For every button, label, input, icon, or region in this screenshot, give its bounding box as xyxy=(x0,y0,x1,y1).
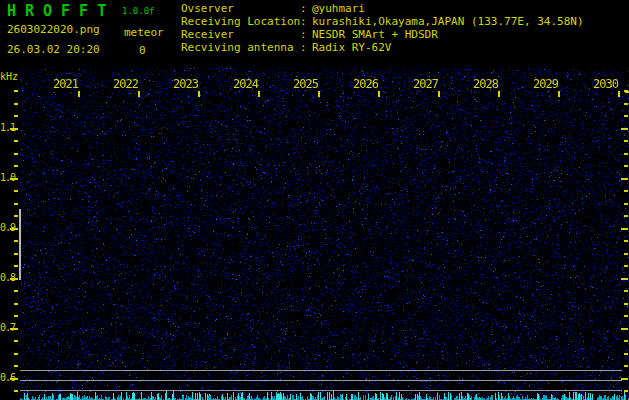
output-filename: 2603022020.png xyxy=(7,24,100,36)
tick-mark xyxy=(621,228,628,230)
info-label-location: Receiving Location xyxy=(181,16,300,28)
info-colon: : xyxy=(300,29,307,41)
tick-mark xyxy=(624,240,628,242)
tick-mark xyxy=(625,91,629,93)
tick-mark xyxy=(14,140,18,142)
tick-mark xyxy=(621,178,628,180)
x-tick-label: 2022 xyxy=(113,77,138,91)
info-label-observer: Ovserver xyxy=(181,3,234,15)
info-label-antenna: Recviving antenna xyxy=(181,42,294,54)
tick-mark xyxy=(618,91,620,97)
tick-mark xyxy=(621,328,628,330)
tick-mark xyxy=(14,165,18,167)
meteor-counter-label: meteor xyxy=(124,27,164,39)
tick-mark xyxy=(624,190,628,192)
app-version: 1.0.0f xyxy=(122,7,155,17)
tick-mark xyxy=(621,278,628,280)
info-value-location: kurashiki,Okayama,JAPAN (133.77E, 34.58N… xyxy=(312,16,584,28)
tick-mark xyxy=(14,390,18,392)
x-tick-label: 2028 xyxy=(473,77,498,91)
tick-mark xyxy=(378,91,380,97)
tick-mark xyxy=(10,228,18,230)
tick-mark xyxy=(624,365,628,367)
tick-mark xyxy=(258,91,260,97)
tick-mark xyxy=(621,128,628,130)
tick-mark xyxy=(14,253,18,255)
tick-mark xyxy=(78,91,80,97)
x-tick-label: 2026 xyxy=(353,77,378,91)
tick-mark xyxy=(624,315,628,317)
tick-mark xyxy=(624,115,628,117)
tick-mark xyxy=(558,91,560,97)
tick-mark xyxy=(621,378,628,380)
x-tick-label: 2030 xyxy=(593,77,618,91)
tick-mark xyxy=(14,240,18,242)
tick-mark xyxy=(14,190,18,192)
hrofft-output-image: HROFFT 1.0.0f 2603022020.png meteor 26.0… xyxy=(0,0,629,400)
tick-mark xyxy=(624,153,628,155)
x-tick-label: 2021 xyxy=(53,77,78,91)
tick-mark xyxy=(624,353,628,355)
info-colon: : xyxy=(300,42,307,54)
x-tick-label: 2024 xyxy=(233,77,258,91)
tick-mark xyxy=(624,103,628,105)
tick-mark xyxy=(14,215,18,217)
tick-mark xyxy=(10,278,18,280)
tick-mark xyxy=(14,265,18,267)
tick-mark xyxy=(14,303,18,305)
tick-mark xyxy=(624,140,628,142)
tick-mark xyxy=(624,303,628,305)
x-tick-label: 2023 xyxy=(173,77,198,91)
tick-mark xyxy=(14,340,18,342)
tick-mark xyxy=(318,91,320,97)
tick-mark xyxy=(14,153,18,155)
tick-mark xyxy=(14,90,18,92)
y-axis-unit-label: kHz xyxy=(0,71,18,82)
x-tick-label: 2027 xyxy=(413,77,438,91)
info-label-receiver: Receiver xyxy=(181,29,234,41)
tick-mark xyxy=(198,91,200,97)
app-title: HROFFT xyxy=(7,3,115,20)
tick-mark xyxy=(14,353,18,355)
x-tick-label: 2025 xyxy=(293,77,318,91)
tick-mark xyxy=(438,91,440,97)
tick-mark xyxy=(624,290,628,292)
meteor-counter-value: 0 xyxy=(139,45,146,57)
info-value-receiver: NESDR SMArt + HDSDR xyxy=(312,29,438,41)
tick-mark xyxy=(14,115,18,117)
tick-mark xyxy=(624,390,628,392)
tick-mark xyxy=(14,315,18,317)
tick-mark xyxy=(10,128,18,130)
tick-mark xyxy=(10,328,18,330)
tick-mark xyxy=(138,91,140,97)
tick-mark xyxy=(624,340,628,342)
count-band-marker xyxy=(19,209,21,280)
info-value-observer: @yuhmari xyxy=(312,3,365,15)
info-colon: : xyxy=(300,16,307,28)
spectrogram-canvas xyxy=(20,68,629,400)
tick-mark xyxy=(14,365,18,367)
tick-mark xyxy=(10,378,18,380)
tick-mark xyxy=(624,203,628,205)
observation-datetime: 26.03.02 20:20 xyxy=(7,44,100,56)
tick-mark xyxy=(624,265,628,267)
x-tick-label: 2029 xyxy=(533,77,558,91)
tick-mark xyxy=(498,91,500,97)
info-value-antenna: Radix RY-62V xyxy=(312,42,391,54)
info-colon: : xyxy=(300,3,307,15)
tick-mark xyxy=(624,165,628,167)
tick-mark xyxy=(624,253,628,255)
tick-mark xyxy=(14,203,18,205)
tick-mark xyxy=(14,290,18,292)
tick-mark xyxy=(14,103,18,105)
tick-mark xyxy=(10,178,18,180)
tick-mark xyxy=(624,215,628,217)
